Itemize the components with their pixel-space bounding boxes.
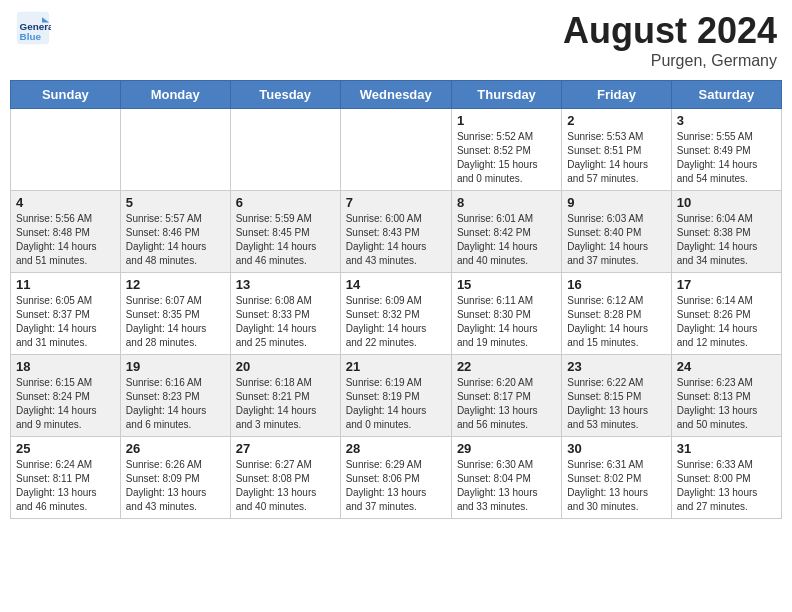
day-info: Sunrise: 6:23 AM Sunset: 8:13 PM Dayligh… [677, 376, 776, 432]
day-number: 26 [126, 441, 225, 456]
calendar-week-row: 4Sunrise: 5:56 AM Sunset: 8:48 PM Daylig… [11, 191, 782, 273]
calendar-cell: 7Sunrise: 6:00 AM Sunset: 8:43 PM Daylig… [340, 191, 451, 273]
day-number: 24 [677, 359, 776, 374]
day-info: Sunrise: 6:07 AM Sunset: 8:35 PM Dayligh… [126, 294, 225, 350]
day-info: Sunrise: 6:24 AM Sunset: 8:11 PM Dayligh… [16, 458, 115, 514]
calendar: SundayMondayTuesdayWednesdayThursdayFrid… [10, 80, 782, 519]
day-number: 21 [346, 359, 446, 374]
calendar-cell: 11Sunrise: 6:05 AM Sunset: 8:37 PM Dayli… [11, 273, 121, 355]
day-info: Sunrise: 6:15 AM Sunset: 8:24 PM Dayligh… [16, 376, 115, 432]
day-info: Sunrise: 6:33 AM Sunset: 8:00 PM Dayligh… [677, 458, 776, 514]
title-area: August 2024 Purgen, Germany [563, 10, 777, 70]
calendar-cell: 8Sunrise: 6:01 AM Sunset: 8:42 PM Daylig… [451, 191, 561, 273]
day-info: Sunrise: 6:04 AM Sunset: 8:38 PM Dayligh… [677, 212, 776, 268]
calendar-cell: 6Sunrise: 5:59 AM Sunset: 8:45 PM Daylig… [230, 191, 340, 273]
day-number: 16 [567, 277, 665, 292]
calendar-week-row: 25Sunrise: 6:24 AM Sunset: 8:11 PM Dayli… [11, 437, 782, 519]
day-number: 3 [677, 113, 776, 128]
day-number: 25 [16, 441, 115, 456]
page-header: General Blue August 2024 Purgen, Germany [10, 10, 782, 70]
day-info: Sunrise: 6:03 AM Sunset: 8:40 PM Dayligh… [567, 212, 665, 268]
calendar-cell: 20Sunrise: 6:18 AM Sunset: 8:21 PM Dayli… [230, 355, 340, 437]
day-number: 23 [567, 359, 665, 374]
day-info: Sunrise: 6:01 AM Sunset: 8:42 PM Dayligh… [457, 212, 556, 268]
day-info: Sunrise: 5:53 AM Sunset: 8:51 PM Dayligh… [567, 130, 665, 186]
svg-text:Blue: Blue [20, 31, 42, 42]
calendar-cell: 29Sunrise: 6:30 AM Sunset: 8:04 PM Dayli… [451, 437, 561, 519]
day-number: 7 [346, 195, 446, 210]
day-info: Sunrise: 6:08 AM Sunset: 8:33 PM Dayligh… [236, 294, 335, 350]
calendar-week-row: 11Sunrise: 6:05 AM Sunset: 8:37 PM Dayli… [11, 273, 782, 355]
day-info: Sunrise: 6:29 AM Sunset: 8:06 PM Dayligh… [346, 458, 446, 514]
weekday-header: Sunday [11, 81, 121, 109]
location: Purgen, Germany [563, 52, 777, 70]
calendar-cell: 18Sunrise: 6:15 AM Sunset: 8:24 PM Dayli… [11, 355, 121, 437]
day-info: Sunrise: 6:31 AM Sunset: 8:02 PM Dayligh… [567, 458, 665, 514]
calendar-cell [230, 109, 340, 191]
calendar-cell: 16Sunrise: 6:12 AM Sunset: 8:28 PM Dayli… [562, 273, 671, 355]
day-number: 6 [236, 195, 335, 210]
weekday-header: Wednesday [340, 81, 451, 109]
calendar-week-row: 18Sunrise: 6:15 AM Sunset: 8:24 PM Dayli… [11, 355, 782, 437]
calendar-week-row: 1Sunrise: 5:52 AM Sunset: 8:52 PM Daylig… [11, 109, 782, 191]
day-number: 31 [677, 441, 776, 456]
calendar-cell: 5Sunrise: 5:57 AM Sunset: 8:46 PM Daylig… [120, 191, 230, 273]
day-number: 11 [16, 277, 115, 292]
calendar-cell: 19Sunrise: 6:16 AM Sunset: 8:23 PM Dayli… [120, 355, 230, 437]
day-info: Sunrise: 6:20 AM Sunset: 8:17 PM Dayligh… [457, 376, 556, 432]
day-number: 28 [346, 441, 446, 456]
day-number: 17 [677, 277, 776, 292]
day-number: 15 [457, 277, 556, 292]
calendar-cell: 14Sunrise: 6:09 AM Sunset: 8:32 PM Dayli… [340, 273, 451, 355]
calendar-cell [340, 109, 451, 191]
weekday-header-row: SundayMondayTuesdayWednesdayThursdayFrid… [11, 81, 782, 109]
weekday-header: Thursday [451, 81, 561, 109]
day-info: Sunrise: 5:55 AM Sunset: 8:49 PM Dayligh… [677, 130, 776, 186]
day-number: 10 [677, 195, 776, 210]
day-info: Sunrise: 6:00 AM Sunset: 8:43 PM Dayligh… [346, 212, 446, 268]
calendar-cell: 9Sunrise: 6:03 AM Sunset: 8:40 PM Daylig… [562, 191, 671, 273]
month-title: August 2024 [563, 10, 777, 52]
day-info: Sunrise: 6:11 AM Sunset: 8:30 PM Dayligh… [457, 294, 556, 350]
calendar-cell: 25Sunrise: 6:24 AM Sunset: 8:11 PM Dayli… [11, 437, 121, 519]
calendar-cell: 27Sunrise: 6:27 AM Sunset: 8:08 PM Dayli… [230, 437, 340, 519]
calendar-cell: 17Sunrise: 6:14 AM Sunset: 8:26 PM Dayli… [671, 273, 781, 355]
calendar-cell: 24Sunrise: 6:23 AM Sunset: 8:13 PM Dayli… [671, 355, 781, 437]
day-number: 20 [236, 359, 335, 374]
day-number: 2 [567, 113, 665, 128]
weekday-header: Monday [120, 81, 230, 109]
day-number: 29 [457, 441, 556, 456]
day-info: Sunrise: 5:56 AM Sunset: 8:48 PM Dayligh… [16, 212, 115, 268]
day-number: 14 [346, 277, 446, 292]
logo: General Blue [15, 10, 55, 46]
day-info: Sunrise: 6:27 AM Sunset: 8:08 PM Dayligh… [236, 458, 335, 514]
day-info: Sunrise: 6:14 AM Sunset: 8:26 PM Dayligh… [677, 294, 776, 350]
calendar-cell: 2Sunrise: 5:53 AM Sunset: 8:51 PM Daylig… [562, 109, 671, 191]
calendar-cell: 28Sunrise: 6:29 AM Sunset: 8:06 PM Dayli… [340, 437, 451, 519]
calendar-cell: 30Sunrise: 6:31 AM Sunset: 8:02 PM Dayli… [562, 437, 671, 519]
calendar-cell [11, 109, 121, 191]
day-number: 30 [567, 441, 665, 456]
day-info: Sunrise: 6:12 AM Sunset: 8:28 PM Dayligh… [567, 294, 665, 350]
day-info: Sunrise: 6:18 AM Sunset: 8:21 PM Dayligh… [236, 376, 335, 432]
day-number: 18 [16, 359, 115, 374]
calendar-cell: 22Sunrise: 6:20 AM Sunset: 8:17 PM Dayli… [451, 355, 561, 437]
day-info: Sunrise: 6:30 AM Sunset: 8:04 PM Dayligh… [457, 458, 556, 514]
day-info: Sunrise: 5:52 AM Sunset: 8:52 PM Dayligh… [457, 130, 556, 186]
day-info: Sunrise: 5:57 AM Sunset: 8:46 PM Dayligh… [126, 212, 225, 268]
day-number: 1 [457, 113, 556, 128]
weekday-header: Saturday [671, 81, 781, 109]
day-number: 8 [457, 195, 556, 210]
calendar-cell: 12Sunrise: 6:07 AM Sunset: 8:35 PM Dayli… [120, 273, 230, 355]
day-number: 5 [126, 195, 225, 210]
day-number: 4 [16, 195, 115, 210]
calendar-cell [120, 109, 230, 191]
day-number: 19 [126, 359, 225, 374]
calendar-cell: 13Sunrise: 6:08 AM Sunset: 8:33 PM Dayli… [230, 273, 340, 355]
day-number: 13 [236, 277, 335, 292]
day-info: Sunrise: 6:09 AM Sunset: 8:32 PM Dayligh… [346, 294, 446, 350]
calendar-cell: 1Sunrise: 5:52 AM Sunset: 8:52 PM Daylig… [451, 109, 561, 191]
calendar-cell: 15Sunrise: 6:11 AM Sunset: 8:30 PM Dayli… [451, 273, 561, 355]
day-info: Sunrise: 6:19 AM Sunset: 8:19 PM Dayligh… [346, 376, 446, 432]
calendar-cell: 26Sunrise: 6:26 AM Sunset: 8:09 PM Dayli… [120, 437, 230, 519]
